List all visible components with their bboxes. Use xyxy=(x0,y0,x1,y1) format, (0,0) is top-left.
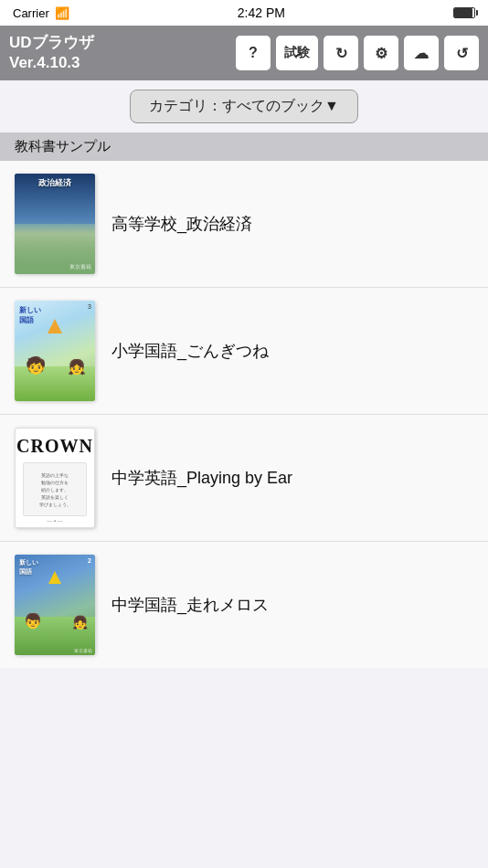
wifi-icon: 📶 xyxy=(55,6,69,20)
status-right xyxy=(453,7,475,18)
crown-bottom: — ▪ — xyxy=(47,518,62,524)
category-bar: カテゴリ：すべてのブック▼ xyxy=(0,80,488,132)
gear-icon: ⚙ xyxy=(375,45,387,62)
carrier-label: Carrier xyxy=(13,6,49,20)
status-bar: Carrier 📶 2:42 PM xyxy=(0,0,488,26)
section-title: 教科書サンプル xyxy=(15,138,111,153)
book-item-3[interactable]: CROWN 英語の上手な勉強の仕方を紹介します。英語を楽しく学びましょう。 — … xyxy=(0,415,488,542)
refresh-button[interactable]: ↻ xyxy=(324,36,358,70)
book-title-1: 高等学校_政治経済 xyxy=(111,213,252,235)
undo-button[interactable]: ↺ xyxy=(444,36,479,70)
book-title-4: 中学国語_走れメロス xyxy=(111,594,269,616)
book-cover-1: 政治経済 東京書籍 xyxy=(15,174,95,274)
section-header: 教科書サンプル xyxy=(0,132,488,161)
question-icon: ? xyxy=(249,45,258,61)
book-item-1[interactable]: 政治経済 東京書籍 高等学校_政治経済 xyxy=(0,161,488,288)
exam-button[interactable]: 試験 xyxy=(276,36,318,70)
settings-button[interactable]: ⚙ xyxy=(364,36,398,70)
book-cover-3: CROWN 英語の上手な勉強の仕方を紹介します。英語を楽しく学びましょう。 — … xyxy=(15,428,95,528)
exam-label: 試験 xyxy=(284,45,310,61)
app-header: UDブラウザVer.4.10.3 ? 試験 ↻ ⚙ ☁ ↺ xyxy=(0,26,488,80)
book-cover-2: 新しい国語 3 🧒 👧 xyxy=(15,301,95,401)
crown-body: 英語の上手な勉強の仕方を紹介します。英語を楽しく学びましょう。 xyxy=(23,462,87,516)
category-dropdown[interactable]: カテゴリ：すべてのブック▼ xyxy=(130,90,358,123)
cloud-icon: ☁ xyxy=(414,45,429,62)
battery-icon xyxy=(453,7,475,18)
toolbar-buttons: ? 試験 ↻ ⚙ ☁ ↺ xyxy=(236,36,479,70)
category-label: カテゴリ：すべてのブック▼ xyxy=(149,97,339,116)
cloud-button[interactable]: ☁ xyxy=(404,36,439,70)
refresh-icon: ↻ xyxy=(335,45,347,62)
crown-text: CROWN xyxy=(16,436,93,457)
book-cover-4: 新しい国語 2 👦 👧 東京書籍 xyxy=(15,555,95,655)
help-button[interactable]: ? xyxy=(236,36,271,70)
book-title-3: 中学英語_Playing by Ear xyxy=(111,467,292,489)
crown-body-content: 英語の上手な勉強の仕方を紹介します。英語を楽しく学びましょう。 xyxy=(37,468,73,512)
undo-icon: ↺ xyxy=(456,45,468,62)
app-title: UDブラウザVer.4.10.3 xyxy=(9,33,94,73)
status-time: 2:42 PM xyxy=(238,5,285,20)
book-list: 政治経済 東京書籍 高等学校_政治経済 新しい国語 3 🧒 👧 小学国語_ごんぎ… xyxy=(0,161,488,668)
status-left: Carrier 📶 xyxy=(13,6,69,20)
book-title-2: 小学国語_ごんぎつね xyxy=(111,340,269,362)
book-item-2[interactable]: 新しい国語 3 🧒 👧 小学国語_ごんぎつね xyxy=(0,288,488,415)
book-item-4[interactable]: 新しい国語 2 👦 👧 東京書籍 中学国語_走れメロス xyxy=(0,542,488,668)
